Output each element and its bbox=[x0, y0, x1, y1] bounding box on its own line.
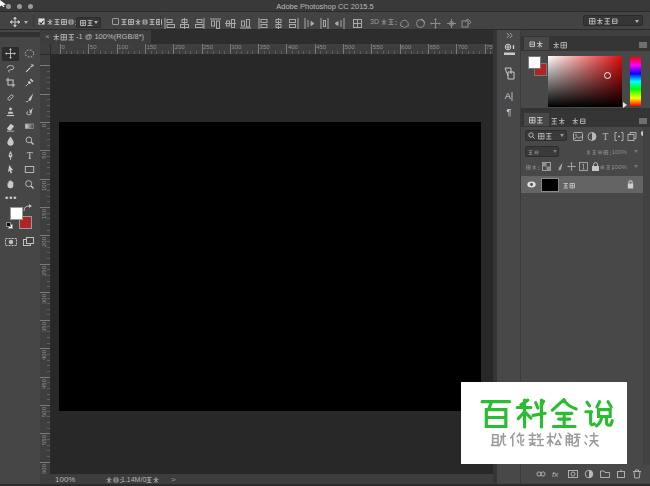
svg-text:T: T bbox=[26, 150, 32, 161]
svg-text:fx: fx bbox=[552, 470, 559, 479]
svg-text:T: T bbox=[603, 132, 609, 142]
